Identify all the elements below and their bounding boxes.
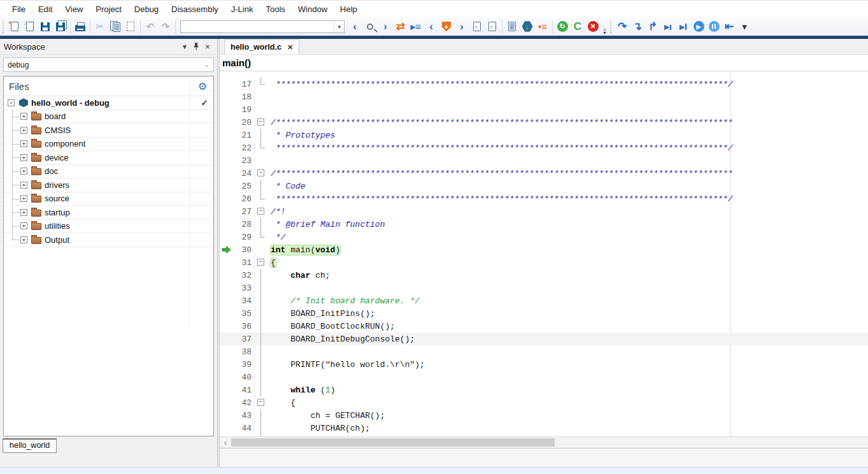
fold-margin[interactable] — [254, 180, 268, 192]
tree-expand-icon[interactable]: + — [20, 127, 27, 134]
download-file-icon[interactable]: ↓ — [504, 19, 520, 34]
workspace-tab-hello-world[interactable]: hello_world — [3, 438, 57, 453]
go-to-function-icon[interactable]: ▸≡ — [408, 19, 423, 34]
tree-expand-icon[interactable]: + — [20, 140, 27, 147]
breakpoint-margin[interactable] — [220, 409, 232, 422]
copy-icon[interactable] — [108, 19, 123, 34]
save-icon[interactable] — [38, 19, 53, 34]
cut-icon[interactable]: ✂ — [92, 19, 108, 34]
fold-margin[interactable] — [254, 422, 268, 434]
print-icon[interactable] — [73, 19, 88, 34]
breakpoint-margin[interactable] — [220, 218, 232, 231]
tree-expand-icon[interactable]: + — [20, 209, 27, 216]
break-pause-icon[interactable] — [706, 19, 722, 34]
fold-margin[interactable] — [254, 141, 268, 154]
panel-pin-icon[interactable] — [190, 41, 202, 52]
breakpoint-margin[interactable] — [220, 345, 232, 358]
breakpoint-margin[interactable] — [220, 180, 232, 192]
previous-bookmark-icon[interactable]: ‹ — [423, 19, 439, 34]
editor-tab-hello-world-c[interactable]: hello_world.c ✕ — [224, 40, 299, 54]
run-to-cursor-icon[interactable]: ▸I — [676, 19, 691, 34]
fold-collapse-icon[interactable]: − — [257, 208, 264, 215]
fold-margin[interactable] — [254, 333, 268, 345]
breakpoint-margin[interactable] — [220, 103, 232, 116]
toolbar-overflow-icon[interactable]: =▾ — [601, 19, 609, 34]
step-into-icon[interactable]: ↴ — [630, 19, 645, 34]
fold-margin[interactable] — [254, 345, 268, 358]
menu-edit[interactable]: Edit — [32, 3, 58, 16]
open-document-icon[interactable]: ↓ — [22, 19, 38, 34]
fold-margin[interactable] — [254, 243, 268, 256]
stop-build-icon[interactable]: ✕ — [585, 19, 601, 34]
undo-icon[interactable]: ↶ — [143, 19, 158, 34]
breakpoint-margin[interactable] — [220, 129, 232, 141]
fold-margin[interactable] — [254, 409, 268, 422]
navigate-backward-icon[interactable]: ‹ — [347, 19, 362, 34]
compile-icon[interactable]: C — [570, 19, 585, 34]
navigate-forward-icon[interactable]: › — [378, 19, 393, 34]
tree-expand-icon[interactable]: + — [20, 222, 27, 229]
breakpoint-margin[interactable] — [220, 396, 232, 409]
fold-margin[interactable]: − — [254, 256, 268, 269]
make-icon[interactable]: ↻ — [555, 19, 570, 34]
next-bookmark-icon[interactable]: › — [454, 19, 469, 34]
save-all-icon[interactable] — [53, 19, 68, 34]
menu-disassembly[interactable]: Disassembly — [166, 3, 224, 16]
menu-file[interactable]: File — [6, 3, 31, 16]
breakpoint-margin[interactable] — [220, 78, 232, 90]
breakpoint-margin[interactable] — [220, 282, 232, 294]
fold-margin[interactable] — [254, 384, 268, 396]
function-selector[interactable]: main() — [220, 55, 868, 71]
fold-margin[interactable] — [254, 129, 268, 141]
breakpoint-margin[interactable] — [220, 422, 232, 434]
breakpoint-margin[interactable] — [220, 205, 232, 218]
new-document-icon[interactable]: + — [7, 19, 22, 34]
find-combobox[interactable]: ▾ — [180, 20, 345, 33]
tree-collapse-icon[interactable]: - — [8, 99, 15, 106]
fold-margin[interactable] — [254, 218, 268, 231]
fold-margin[interactable] — [254, 154, 268, 167]
redo-icon[interactable]: ↷ — [158, 19, 173, 34]
breakpoint-margin[interactable] — [220, 141, 232, 154]
breakpoint-margin[interactable] — [220, 358, 232, 371]
fold-margin[interactable] — [254, 192, 268, 205]
call-stack-list-icon[interactable]: •≡ — [535, 19, 550, 34]
breakpoint-margin[interactable] — [220, 371, 232, 384]
tree-row-startup[interactable]: +startup — [4, 206, 213, 220]
breakpoint-margin[interactable] — [220, 294, 232, 307]
breakpoint-margin[interactable] — [220, 90, 232, 103]
breakpoint-margin[interactable] — [220, 384, 232, 396]
tree-row-utilities[interactable]: +utilities — [4, 220, 213, 234]
fold-margin[interactable] — [254, 358, 268, 371]
fold-collapse-icon[interactable]: − — [257, 399, 264, 406]
scrollbar-thumb[interactable] — [231, 438, 555, 447]
fold-margin[interactable]: − — [254, 116, 268, 129]
breakpoint-margin[interactable] — [220, 167, 232, 180]
fold-collapse-icon[interactable]: − — [257, 259, 264, 266]
next-document-icon[interactable]: › — [485, 19, 500, 34]
next-statement-icon[interactable]: ▸ı — [660, 19, 676, 34]
breakpoint-margin[interactable] — [220, 192, 232, 205]
step-out-icon[interactable]: ↱ — [645, 19, 660, 34]
fold-margin[interactable] — [254, 269, 268, 282]
fold-margin[interactable] — [254, 307, 268, 320]
fold-margin[interactable] — [254, 294, 268, 307]
previous-document-icon[interactable]: ‹ — [469, 19, 485, 34]
fold-margin[interactable] — [254, 103, 268, 116]
toggle-source-disassembly-icon[interactable]: ⇄ — [393, 19, 408, 34]
reset-icon[interactable]: ⇤ — [722, 19, 737, 34]
scroll-left-arrow-icon[interactable]: ‹ — [220, 438, 231, 447]
close-icon[interactable]: ✕ — [287, 43, 293, 52]
find-icon[interactable] — [362, 19, 378, 34]
fold-collapse-icon[interactable]: − — [257, 118, 264, 126]
fold-margin[interactable]: − — [254, 167, 268, 180]
fold-margin[interactable]: − — [254, 205, 268, 218]
go-run-icon[interactable]: ▶ — [691, 19, 706, 34]
debug-toolbar-dropdown-icon[interactable]: ▾ — [737, 19, 752, 34]
fold-margin[interactable] — [254, 90, 268, 103]
panel-dropdown-icon[interactable]: ▼ — [179, 41, 190, 52]
menu-debug[interactable]: Debug — [129, 3, 164, 16]
step-over-icon[interactable]: ↷ — [615, 19, 630, 34]
menu-window[interactable]: Window — [292, 3, 333, 16]
fold-margin[interactable]: − — [254, 396, 268, 409]
